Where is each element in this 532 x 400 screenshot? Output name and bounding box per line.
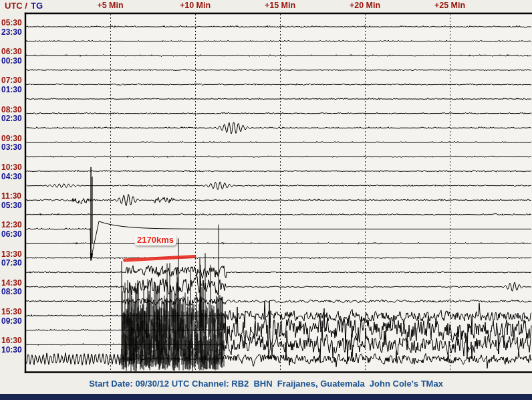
trace-hour-label-pair: 07:3001:30 <box>1 76 25 94</box>
helicorder-window: UTC /TG +5 Min+10 Min+15 Min+20 Min+25 M… <box>0 0 532 400</box>
trace-time-label-utc: 11:30 <box>1 192 25 201</box>
x-axis-tick-label: +25 Min <box>434 1 465 10</box>
trace-time-label-local: 02:30 <box>1 114 25 124</box>
trace-time-label-local: 07:30 <box>1 259 25 268</box>
trace-time-label-utc: 14:30 <box>1 279 25 288</box>
trace-time-label-utc: 09:30 <box>1 134 25 144</box>
trace-hour-label-pair: 10:3004:30 <box>1 163 25 181</box>
trace-hour-label-pair: 08:3002:30 <box>1 106 25 124</box>
trace-hour-label-pair: 05:3023:30 <box>1 19 25 37</box>
trace-time-label-local: 10:30 <box>1 346 25 355</box>
trace-time-label-utc: 07:30 <box>1 76 25 86</box>
trace-time-label-local: 08:30 <box>1 288 25 297</box>
trace-hour-label-pair: 13:3007:30 <box>1 250 25 268</box>
trace-time-label-utc: 13:30 <box>1 250 25 260</box>
trace-time-label-utc: 06:30 <box>1 47 25 57</box>
trace-hour-label-pair: 12:3006:30 <box>1 221 25 239</box>
trace-hour-label-pair: 14:3008:30 <box>1 279 25 297</box>
trace-hour-label-pair: 15:3009:30 <box>1 308 25 326</box>
trace-time-label-utc: 08:30 <box>1 106 25 115</box>
trace-time-label-local: 09:30 <box>1 317 25 326</box>
trace-hour-label-pair: 09:3003:30 <box>1 134 25 153</box>
window-bottom-bar <box>0 394 532 400</box>
trace-hour-label-pair: 06:3000:30 <box>1 47 25 66</box>
seismogram-canvas[interactable] <box>0 0 532 400</box>
local-tz-label: TG <box>31 1 43 11</box>
status-bar-text: Start Date: 09/30/12 UTC Channel: RB2 BH… <box>0 379 532 389</box>
trace-time-label-utc: 15:30 <box>1 308 25 317</box>
trace-time-label-local: 03:30 <box>1 143 25 153</box>
trace-time-label-local: 00:30 <box>1 57 25 66</box>
trace-time-label-local: 01:30 <box>1 86 25 95</box>
trace-hour-label-pair: 16:3010:30 <box>1 336 25 355</box>
trace-time-label-utc: 05:30 <box>1 19 25 28</box>
trace-time-label-local: 04:30 <box>1 173 25 182</box>
x-axis-tick-label: +20 Min <box>350 1 380 10</box>
x-axis-tick-label: +5 Min <box>97 1 123 10</box>
distance-annotation-label[interactable]: 2170kms <box>134 235 176 245</box>
utc-time-label: UTC / <box>5 1 27 11</box>
trace-time-label-local: 23:30 <box>1 28 25 37</box>
trace-hour-label-pair: 11:3005:30 <box>1 192 25 210</box>
trace-time-label-utc: 10:30 <box>1 163 25 173</box>
x-axis-tick-label: +15 Min <box>265 1 295 10</box>
trace-time-label-local: 05:30 <box>1 201 25 211</box>
trace-time-label-utc: 12:30 <box>1 221 25 230</box>
x-axis-tick-label: +10 Min <box>180 1 211 10</box>
trace-time-label-local: 06:30 <box>1 230 25 239</box>
timezone-header: UTC /TG <box>5 1 43 11</box>
trace-time-label-utc: 16:30 <box>1 336 25 346</box>
